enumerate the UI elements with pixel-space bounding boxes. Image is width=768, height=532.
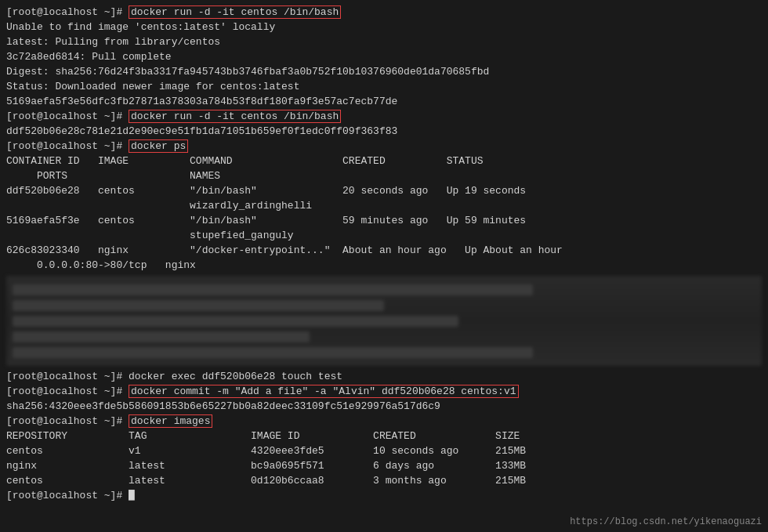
line-1: [root@localhost ~]# docker run -d -it ce… bbox=[6, 5, 762, 20]
table-row-2: 5169aefa5f3e centos "/bin/bash" 59 minut… bbox=[6, 213, 762, 228]
prompt-8: [root@localhost ~]# bbox=[6, 110, 129, 122]
line-2: Unable to find image 'centos:latest' loc… bbox=[6, 20, 762, 34]
line-commit: [root@localhost ~]# docker commit -m "Ad… bbox=[6, 384, 762, 399]
prompt-exec: [root@localhost ~]# bbox=[6, 371, 129, 382]
terminal: [root@localhost ~]# docker run -d -it ce… bbox=[0, 0, 768, 532]
line-3: latest: Pulling from library/centos bbox=[6, 34, 762, 49]
blurred-line-5 bbox=[13, 347, 533, 358]
cmd-10: docker ps bbox=[129, 139, 188, 153]
cmd-commit: docker commit -m "Add a file" -a "Alvin"… bbox=[129, 385, 518, 398]
line-4: 3c72a8ed6814: Pull complete bbox=[6, 49, 762, 64]
line-last: [root@localhost ~]# █ bbox=[6, 488, 762, 503]
blurred-line-3 bbox=[13, 316, 458, 327]
prompt-1: [root@localhost ~]# bbox=[6, 6, 129, 18]
line-6: Status: Downloaded newer image for cento… bbox=[6, 79, 762, 94]
cursor: █ bbox=[129, 490, 135, 501]
image-row-2: nginx latest bc9a0695f571 6 days ago 133… bbox=[6, 458, 762, 473]
line-sha: sha256:4320eee3fde5b586091853b6e65227bb0… bbox=[6, 399, 762, 414]
cmd-1: docker run -d -it centos /bin/bash bbox=[129, 5, 341, 19]
table-row-2b: stupefied_ganguly bbox=[6, 228, 762, 243]
blurred-line-1 bbox=[13, 284, 533, 295]
table-header: CONTAINER ID IMAGE COMMAND CREATED STATU… bbox=[6, 154, 762, 168]
cmd-images: docker images bbox=[129, 414, 212, 428]
image-row-3: centos latest 0d120b6ccaa8 3 months ago … bbox=[6, 473, 762, 488]
prompt-10: [root@localhost ~]# bbox=[6, 140, 129, 152]
line-10: [root@localhost ~]# docker ps bbox=[6, 139, 762, 154]
prompt-last: [root@localhost ~]# bbox=[6, 490, 129, 501]
table-row-3: 626c83023340 nginx "/docker-entrypoint..… bbox=[6, 243, 762, 258]
table-row-1: ddf520b06e28 centos "/bin/bash" 20 secon… bbox=[6, 183, 762, 198]
cmd-8: docker run -d -it centos /bin/bash bbox=[129, 110, 341, 123]
prompt-commit: [root@localhost ~]# bbox=[6, 385, 129, 397]
blurred-line-4 bbox=[13, 331, 310, 342]
image-row-1: centos v1 4320eee3fde5 10 seconds ago 21… bbox=[6, 443, 762, 458]
table-row-1b: wizardly_ardinghelli bbox=[6, 198, 762, 213]
line-exec: [root@localhost ~]# docker exec ddf520b0… bbox=[6, 369, 762, 384]
line-images-cmd: [root@localhost ~]# docker images bbox=[6, 414, 762, 429]
images-header: REPOSITORY TAG IMAGE ID CREATED SIZE bbox=[6, 429, 762, 443]
line-5: Digest: sha256:76d24f3ba3317fa945743bb37… bbox=[6, 64, 762, 79]
prompt-images: [root@localhost ~]# bbox=[6, 415, 129, 427]
line-8: [root@localhost ~]# docker run -d -it ce… bbox=[6, 109, 762, 124]
footer-link: https://blog.csdn.net/yikenaoguazi bbox=[570, 516, 762, 527]
table-row-3b: 0.0.0.0:80->80/tcp nginx bbox=[6, 258, 762, 273]
blurred-line-2 bbox=[13, 300, 384, 311]
line-7: 5169aefa5f3e56dfc3fb27871a378303a784b53f… bbox=[6, 94, 762, 109]
table-header2: PORTS NAMES bbox=[6, 168, 762, 183]
line-9: ddf520b06e28c781e21d2e90ec9e51fb1da71051… bbox=[6, 124, 762, 139]
blurred-section bbox=[6, 276, 762, 366]
